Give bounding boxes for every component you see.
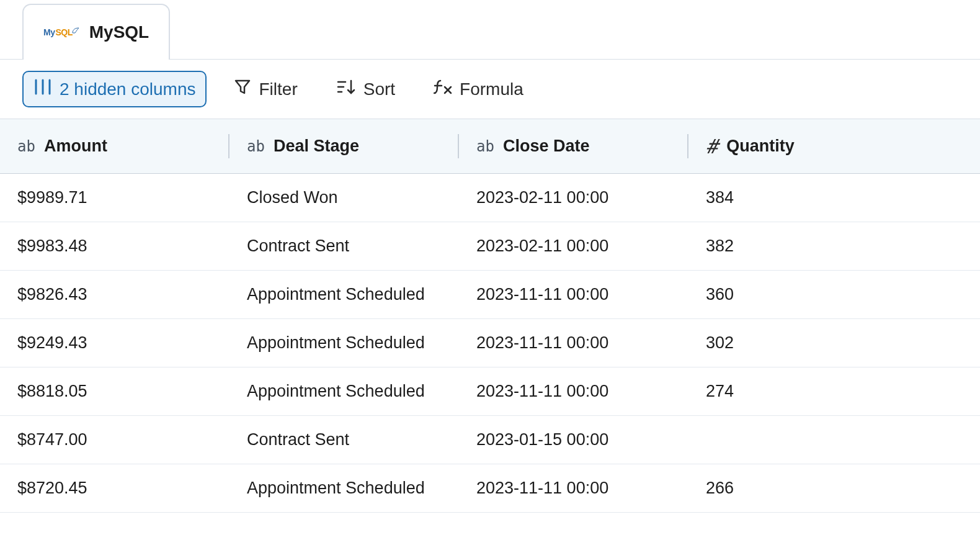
formula-icon <box>434 78 452 100</box>
table-row[interactable]: $8747.00 Contract Sent 2023-01-15 00:00 <box>0 416 980 464</box>
cell-close-date[interactable]: 2023-11-11 00:00 <box>459 382 688 401</box>
cell-amount[interactable]: $9983.48 <box>0 236 229 256</box>
hidden-columns-label: 2 hidden columns <box>60 79 195 99</box>
cell-amount[interactable]: $9989.71 <box>0 188 229 207</box>
tab-label: MySQL <box>89 22 149 42</box>
mysql-logo-my: My <box>43 28 55 37</box>
table-row[interactable]: $9249.43 Appointment Scheduled 2023-11-1… <box>0 319 980 367</box>
cell-amount[interactable]: $8818.05 <box>0 382 229 401</box>
column-header-close-date[interactable]: ab Close Date <box>459 119 688 173</box>
cell-amount[interactable]: $9826.43 <box>0 285 229 304</box>
column-label: Deal Stage <box>274 137 359 156</box>
filter-label: Filter <box>259 79 297 99</box>
table-body: $9989.71 Closed Won 2023-02-11 00:00 384… <box>0 174 980 513</box>
mysql-logo-sql: SQL <box>55 28 72 37</box>
formula-button[interactable]: Formula <box>422 71 535 107</box>
cell-deal-stage[interactable]: Contract Sent <box>229 236 459 256</box>
tab-mysql[interactable]: MySQL MySQL <box>22 4 170 60</box>
mysql-logo-icon: MySQL <box>43 28 81 37</box>
cell-quantity[interactable]: 302 <box>688 333 980 353</box>
cell-amount[interactable]: $8720.45 <box>0 479 229 498</box>
cell-close-date[interactable]: 2023-11-11 00:00 <box>459 333 688 353</box>
sort-label: Sort <box>363 79 395 99</box>
column-header-deal-stage[interactable]: ab Deal Stage <box>229 119 459 173</box>
cell-quantity[interactable]: 360 <box>688 285 980 304</box>
columns-icon <box>33 78 52 100</box>
cell-close-date[interactable]: 2023-02-11 00:00 <box>459 188 688 207</box>
cell-quantity[interactable]: 384 <box>688 188 980 207</box>
text-type-icon: ab <box>17 138 35 155</box>
cell-deal-stage[interactable]: Appointment Scheduled <box>229 382 459 401</box>
filter-icon <box>234 78 251 100</box>
sort-icon <box>336 78 356 100</box>
column-label: Quantity <box>726 137 795 156</box>
sort-button[interactable]: Sort <box>325 71 406 107</box>
table-row[interactable]: $9989.71 Closed Won 2023-02-11 00:00 384 <box>0 174 980 222</box>
cell-deal-stage[interactable]: Appointment Scheduled <box>229 333 459 353</box>
cell-deal-stage[interactable]: Appointment Scheduled <box>229 285 459 304</box>
column-label: Close Date <box>503 137 590 156</box>
text-type-icon: ab <box>476 138 494 155</box>
number-type-icon: # <box>706 135 718 158</box>
cell-close-date[interactable]: 2023-11-11 00:00 <box>459 285 688 304</box>
toolbar: 2 hidden columns Filter Sort Formula <box>0 60 980 119</box>
hidden-columns-button[interactable]: 2 hidden columns <box>22 71 207 107</box>
cell-close-date[interactable]: 2023-02-11 00:00 <box>459 236 688 256</box>
column-header-amount[interactable]: ab Amount <box>0 119 229 173</box>
cell-amount[interactable]: $8747.00 <box>0 430 229 449</box>
filter-button[interactable]: Filter <box>223 71 308 107</box>
cell-deal-stage[interactable]: Closed Won <box>229 188 459 207</box>
cell-deal-stage[interactable]: Appointment Scheduled <box>229 479 459 498</box>
column-label: Amount <box>44 137 107 156</box>
formula-label: Formula <box>460 79 523 99</box>
table-row[interactable]: $8818.05 Appointment Scheduled 2023-11-1… <box>0 367 980 416</box>
table-header-row: ab Amount ab Deal Stage ab Close Date # … <box>0 119 980 174</box>
cell-quantity[interactable]: 382 <box>688 236 980 256</box>
cell-amount[interactable]: $9249.43 <box>0 333 229 353</box>
tabs-bar: MySQL MySQL <box>0 0 980 60</box>
column-header-quantity[interactable]: # Quantity <box>688 119 980 173</box>
cell-deal-stage[interactable]: Contract Sent <box>229 430 459 449</box>
text-type-icon: ab <box>247 138 265 155</box>
cell-quantity[interactable]: 266 <box>688 479 980 498</box>
table-row[interactable]: $9983.48 Contract Sent 2023-02-11 00:00 … <box>0 222 980 271</box>
table-row[interactable]: $9826.43 Appointment Scheduled 2023-11-1… <box>0 271 980 319</box>
cell-close-date[interactable]: 2023-11-11 00:00 <box>459 479 688 498</box>
cell-close-date[interactable]: 2023-01-15 00:00 <box>459 430 688 449</box>
table-row[interactable]: $8720.45 Appointment Scheduled 2023-11-1… <box>0 464 980 513</box>
data-table: ab Amount ab Deal Stage ab Close Date # … <box>0 119 980 513</box>
cell-quantity[interactable]: 274 <box>688 382 980 401</box>
